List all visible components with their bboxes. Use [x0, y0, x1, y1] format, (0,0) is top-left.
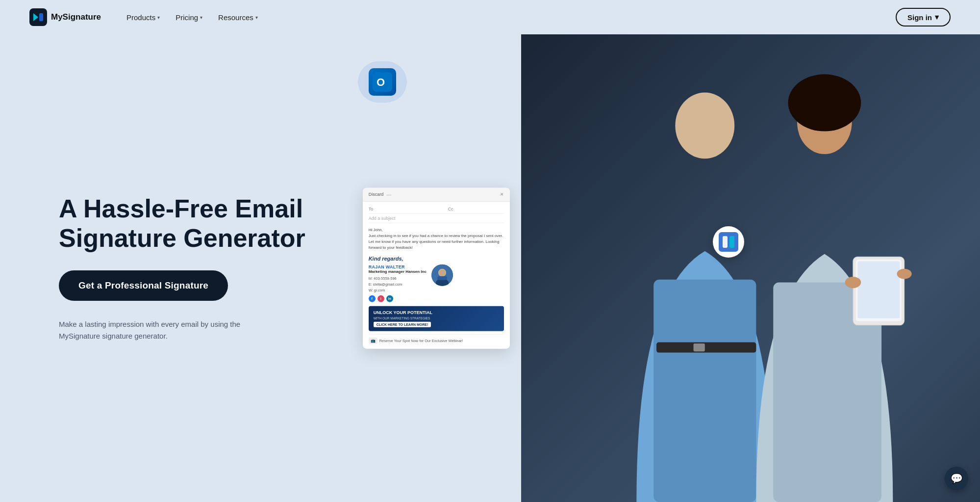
discard-label: Discard	[369, 192, 384, 197]
svg-rect-12	[858, 262, 900, 318]
mysig-logo-icon	[719, 232, 738, 252]
svg-rect-6	[694, 343, 705, 351]
nav-links: Products ▾ Pricing ▾ Resources ▾	[121, 9, 264, 26]
nav-resources[interactable]: Resources ▾	[212, 9, 264, 26]
chevron-down-icon: ▾	[200, 15, 202, 20]
social-icons: f i in	[369, 295, 427, 302]
sig-details: M: 403-5559-596 E: stella@gmail.com W: g…	[369, 275, 427, 293]
sig-name: RAJAN WALTER	[369, 264, 427, 269]
banner-subtitle: WITH OUR MARKETING STRATEGIES	[374, 317, 499, 320]
email-body-text: Hi John, Just checking in to see if you …	[369, 227, 504, 250]
facebook-icon: f	[369, 295, 376, 302]
svg-point-13	[845, 277, 861, 288]
chevron-down-icon: ▾	[935, 13, 939, 22]
webinar-text: Reserve Your Spot Now for Our Exclusive …	[379, 339, 463, 343]
linkedin-icon: in	[386, 295, 393, 302]
svg-point-3	[676, 93, 735, 159]
hero-title: A Hassle-Free Email Signature Generator	[59, 194, 314, 253]
svg-point-20	[439, 269, 446, 276]
email-preview-card: Discard — ✕ To Cc Add a subject Hi	[363, 187, 510, 349]
nav-products[interactable]: Products ▾	[121, 9, 166, 26]
email-regards: Kind regards,	[369, 255, 504, 261]
svg-rect-4	[654, 280, 756, 502]
chat-widget[interactable]: 💬	[945, 467, 968, 490]
chevron-down-icon: ▾	[157, 15, 160, 20]
banner-cta: CLICK HERE TO LEARN MORE!	[374, 322, 431, 327]
email-subject: Add a subject	[369, 215, 504, 223]
brand-name: MySignature	[51, 12, 101, 22]
email-body: To Cc Add a subject Hi John, Just checki…	[363, 201, 510, 349]
svg-text:O: O	[377, 76, 385, 88]
svg-rect-2	[39, 13, 43, 21]
people-illustration	[521, 34, 980, 502]
email-header: Discard — ✕	[363, 187, 510, 201]
outlook-bubble: O	[358, 61, 407, 103]
chevron-down-icon: ▾	[255, 15, 258, 20]
logo[interactable]: MySignature	[29, 8, 101, 26]
svg-point-14	[897, 269, 912, 279]
cta-button[interactable]: Get a Professional Signature	[59, 270, 228, 301]
signature-block: RAJAN WALTER Marketing manager Hansen In…	[369, 264, 504, 302]
sig-title: Marketing manager Hansen Inc	[369, 269, 427, 273]
instagram-icon: i	[377, 295, 384, 302]
banner-ad: UNLOCK YOUR POTENTIAL WITH OUR MARKETING…	[369, 306, 504, 331]
navbar: MySignature Products ▾ Pricing ▾ Resourc…	[0, 0, 980, 34]
email-to: To Cc	[369, 206, 504, 213]
chat-icon: 💬	[951, 473, 963, 484]
svg-rect-22	[719, 232, 738, 252]
hero-subtitle: Make a lasting impression with every ema…	[59, 318, 275, 342]
hero-visual: O Discard — ✕ To	[343, 34, 980, 502]
banner-title: UNLOCK YOUR POTENTIAL	[374, 310, 499, 316]
outlook-icon: O	[369, 68, 396, 96]
hero-text-block: A Hassle-Free Email Signature Generator …	[59, 194, 314, 343]
logo-icon	[29, 8, 47, 26]
people-background	[521, 34, 980, 502]
svg-point-8	[788, 74, 861, 131]
signin-button[interactable]: Sign in ▾	[896, 8, 951, 26]
mysig-floating-icon	[713, 226, 744, 258]
webinar-row: 📺 Reserve Your Spot Now for Our Exclusiv…	[369, 334, 504, 344]
svg-rect-23	[723, 236, 728, 248]
svg-rect-5	[656, 343, 756, 353]
hero-section: A Hassle-Free Email Signature Generator …	[0, 34, 980, 502]
svg-rect-24	[729, 236, 734, 248]
sig-avatar	[431, 264, 453, 286]
nav-pricing[interactable]: Pricing ▾	[170, 9, 208, 26]
svg-rect-21	[437, 276, 447, 280]
